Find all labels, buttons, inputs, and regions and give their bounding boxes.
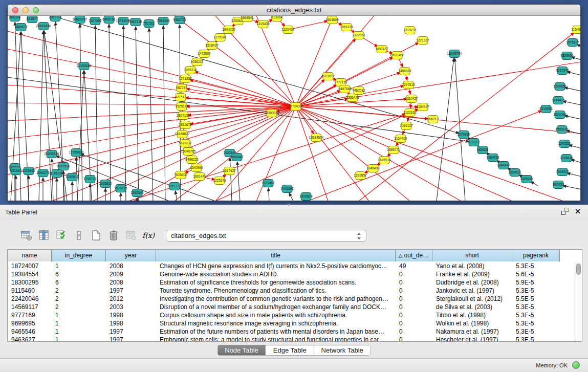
graph-edge[interactable] (455, 58, 465, 201)
graph-node[interactable]: 1094467 (230, 154, 244, 161)
graph-node[interactable]: 16648784 (447, 50, 462, 58)
graph-node[interactable]: 1697437 (375, 46, 388, 53)
graph-node[interactable]: 1271332 (179, 75, 192, 83)
minimize-window-button[interactable] (23, 7, 29, 13)
graph-node[interactable]: 10973493 (390, 52, 405, 59)
table-row[interactable]: 1456911722003Disruption of a novel membe… (8, 303, 575, 311)
graph-node[interactable]: 1921072 (321, 73, 335, 80)
zoom-window-button[interactable] (33, 7, 39, 13)
graph-node[interactable]: 1036117 (191, 58, 204, 66)
graph-node[interactable]: 6466161 (102, 16, 116, 24)
graph-node[interactable]: 20206526 (45, 150, 59, 158)
graph-node[interactable]: 1294275 (36, 169, 50, 177)
table-row[interactable]: 969969511998Structural magnetic resonanc… (8, 319, 575, 327)
column-header-title[interactable]: title (156, 250, 396, 261)
graph-edge[interactable] (237, 162, 240, 201)
graph-node[interactable]: 2867131 (177, 112, 190, 120)
graph-edge[interactable] (21, 32, 29, 201)
graph-node[interactable]: 1219737 (403, 27, 417, 34)
graph-node[interactable]: 1664609 (325, 16, 339, 24)
graph-edge[interactable] (531, 182, 538, 186)
graph-edge[interactable] (563, 101, 580, 105)
graph-node[interactable]: 1540994 (190, 164, 203, 172)
window-titlebar[interactable]: citations_edges.txt (8, 5, 580, 16)
memory-status-indicator[interactable] (572, 361, 580, 369)
graph-node[interactable]: 20153346 (77, 62, 92, 70)
graph-edge[interactable] (296, 106, 328, 201)
graph-node[interactable]: 1442004 (198, 50, 211, 58)
new-column-icon[interactable] (90, 229, 102, 242)
column-header-year[interactable]: year (106, 250, 156, 261)
graph-edge[interactable] (136, 27, 139, 201)
table-row[interactable]: 1938455462009Genome-wide association stu… (8, 270, 575, 278)
graph-node[interactable]: 9154497 (416, 103, 429, 111)
table-scrollbar-thumb[interactable] (576, 264, 581, 275)
graph-node[interactable]: 1322061 (352, 32, 365, 39)
graph-edge[interactable] (296, 16, 333, 106)
graph-node[interactable]: 1215682 (22, 167, 35, 175)
graph-node[interactable]: 1695810 (99, 180, 112, 188)
graph-node[interactable]: 1297513 (402, 81, 415, 89)
graph-node[interactable]: 10653287 (73, 16, 88, 24)
graph-edge[interactable] (8, 67, 296, 106)
graph-node[interactable]: 1209358 (553, 83, 567, 91)
graph-node[interactable]: 1154808 (572, 26, 580, 34)
row-height-icon[interactable] (73, 229, 85, 242)
graph-node[interactable]: 20691406 (36, 23, 51, 30)
graph-edge[interactable] (215, 109, 419, 201)
graph-node[interactable]: 1122162 (404, 109, 417, 117)
graph-node[interactable]: 1679919 (457, 131, 470, 139)
graph-node[interactable]: 208334 (9, 16, 20, 21)
graph-edge[interactable] (296, 106, 369, 201)
graph-node[interactable]: 896213 (427, 116, 439, 123)
graph-node[interactable]: 1525113 (176, 103, 188, 111)
graph-node[interactable]: 1795722 (83, 176, 97, 183)
table-scrollbar[interactable] (575, 262, 582, 341)
graph-node[interactable]: 1045493 (366, 165, 380, 172)
graph-node[interactable]: 1244415 (552, 97, 565, 104)
column-header-name[interactable]: name (8, 250, 52, 261)
graph-node[interactable]: 1275141 (213, 34, 227, 41)
graph-node[interactable]: 1621064 (553, 111, 567, 119)
graph-node[interactable]: 9498222 (185, 156, 199, 164)
graph-node[interactable]: 613877 (27, 16, 38, 23)
graph-node[interactable]: 18300295 (265, 110, 279, 117)
graph-node[interactable]: 1403814 (299, 193, 313, 201)
graph-node[interactable]: 7485083 (398, 68, 411, 75)
graph-node[interactable]: 1084563 (486, 154, 499, 162)
graph-node[interactable]: 1216049 (560, 155, 573, 162)
graph-node[interactable]: 8215953 (539, 105, 553, 113)
graph-node[interactable]: 1064942 (497, 162, 510, 169)
graph-edge[interactable] (186, 89, 296, 106)
network-canvas[interactable]: 2083341405572613877206914062069114106532… (8, 16, 580, 201)
graph-node[interactable]: 873312 (468, 139, 480, 146)
graph-node[interactable]: 1145194 (51, 170, 63, 178)
table-row[interactable]: 946554611997Estimation of the future num… (8, 327, 575, 336)
graph-node[interactable]: 1685919 (378, 157, 391, 164)
graph-node[interactable]: 1691441 (193, 173, 206, 181)
graph-node[interactable]: 1844020 (222, 26, 235, 34)
graph-node[interactable]: 1967138 (129, 18, 142, 26)
graph-node[interactable]: 9462733 (173, 16, 186, 24)
graph-node[interactable]: 813084 (271, 16, 282, 21)
graph-node[interactable]: 427512 (175, 94, 186, 101)
close-window-button[interactable] (12, 7, 18, 13)
graph-node[interactable]: 5878337 (179, 140, 192, 147)
graph-node[interactable]: 1215439 (256, 20, 270, 28)
graph-edge[interactable] (567, 173, 580, 177)
graph-node[interactable]: 1045392 (280, 185, 294, 193)
table-mode-icon[interactable] (20, 229, 33, 242)
column-header-pagerank[interactable]: pagerank (512, 250, 560, 261)
graph-node[interactable]: 1518437 (205, 42, 219, 50)
graph-node[interactable]: 931594 (10, 167, 21, 175)
graph-node[interactable]: 1895771 (387, 146, 400, 154)
graph-node[interactable]: 1961319 (340, 24, 353, 31)
graph-node[interactable]: 1221397 (416, 37, 429, 45)
graph-node[interactable]: 1095114 (184, 67, 197, 74)
graph-edge[interactable] (109, 24, 111, 201)
graph-node[interactable]: 1250513 (66, 173, 79, 181)
graph-node[interactable]: 7625402 (174, 171, 187, 179)
graph-node[interactable]: 1610427 (405, 95, 418, 103)
graph-edge[interactable] (564, 87, 580, 91)
graph-node[interactable]: 1025463 (520, 176, 533, 183)
